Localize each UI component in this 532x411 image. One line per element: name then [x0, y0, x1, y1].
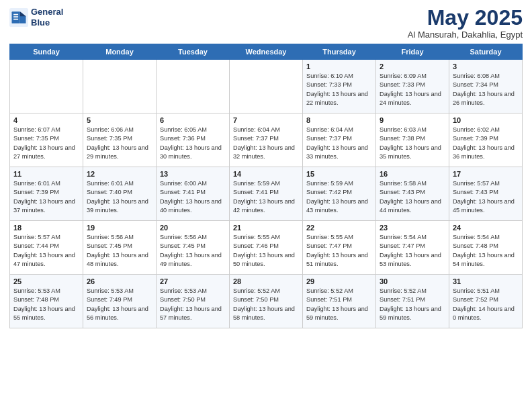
calendar-cell: 24Sunrise: 5:54 AMSunset: 7:48 PMDayligh… [449, 221, 523, 275]
logo: General Blue [9, 7, 63, 28]
calendar-cell: 17Sunrise: 5:57 AMSunset: 7:43 PMDayligh… [449, 167, 523, 221]
calendar-cell: 11Sunrise: 6:01 AMSunset: 7:39 PMDayligh… [10, 167, 83, 221]
svg-rect-6 [13, 18, 18, 19]
cell-info: Sunrise: 5:51 AMSunset: 7:52 PMDaylight:… [453, 287, 519, 322]
day-header-monday: Monday [83, 44, 157, 60]
cell-info: Sunrise: 6:03 AMSunset: 7:38 PMDaylight:… [380, 126, 445, 161]
day-number: 28 [233, 277, 299, 285]
cell-info: Sunrise: 5:52 AMSunset: 7:50 PMDaylight:… [233, 287, 299, 322]
cell-info: Sunrise: 5:57 AMSunset: 7:43 PMDaylight:… [453, 179, 519, 215]
calendar-cell: 10Sunrise: 6:02 AMSunset: 7:39 PMDayligh… [449, 113, 523, 167]
day-number: 29 [306, 277, 372, 285]
cell-info: Sunrise: 6:02 AMSunset: 7:39 PMDaylight:… [453, 126, 519, 161]
cell-info: Sunrise: 6:07 AMSunset: 7:35 PMDaylight:… [13, 126, 79, 161]
cell-info: Sunrise: 5:54 AMSunset: 7:47 PMDaylight:… [380, 233, 445, 269]
logo-text: General Blue [31, 7, 63, 28]
day-number: 17 [453, 170, 519, 178]
calendar-cell: 4Sunrise: 6:07 AMSunset: 7:35 PMDaylight… [10, 113, 83, 167]
day-header-wednesday: Wednesday [230, 44, 303, 60]
cell-info: Sunrise: 6:08 AMSunset: 7:34 PMDaylight:… [453, 72, 519, 107]
calendar-cell: 14Sunrise: 5:59 AMSunset: 7:41 PMDayligh… [230, 167, 303, 221]
calendar-cell: 30Sunrise: 5:52 AMSunset: 7:51 PMDayligh… [376, 275, 449, 328]
cell-info: Sunrise: 6:01 AMSunset: 7:40 PMDaylight:… [87, 179, 152, 215]
calendar-cell: 9Sunrise: 6:03 AMSunset: 7:38 PMDaylight… [376, 113, 449, 167]
day-number: 3 [453, 62, 519, 71]
month-title: May 2025 [408, 7, 523, 28]
day-number: 21 [233, 224, 299, 232]
cell-info: Sunrise: 5:54 AMSunset: 7:48 PMDaylight:… [453, 233, 519, 269]
cell-info: Sunrise: 6:01 AMSunset: 7:39 PMDaylight:… [13, 179, 79, 215]
calendar-cell: 23Sunrise: 5:54 AMSunset: 7:47 PMDayligh… [376, 221, 449, 275]
svg-rect-5 [13, 16, 18, 17]
day-number: 30 [380, 277, 445, 285]
calendar-cell: 15Sunrise: 5:59 AMSunset: 7:42 PMDayligh… [303, 167, 376, 221]
day-number: 1 [306, 62, 372, 71]
calendar-cell: 28Sunrise: 5:52 AMSunset: 7:50 PMDayligh… [230, 275, 303, 328]
day-number: 8 [306, 116, 372, 124]
calendar-cell: 26Sunrise: 5:53 AMSunset: 7:49 PMDayligh… [83, 275, 157, 328]
day-number: 2 [380, 62, 445, 71]
calendar-cell: 27Sunrise: 5:53 AMSunset: 7:50 PMDayligh… [157, 275, 230, 328]
day-number: 5 [87, 116, 152, 124]
calendar-cell: 22Sunrise: 5:55 AMSunset: 7:47 PMDayligh… [303, 221, 376, 275]
calendar-cell [10, 60, 83, 113]
calendar-cell: 12Sunrise: 6:01 AMSunset: 7:40 PMDayligh… [83, 167, 157, 221]
page-container: General Blue May 2025 Al Mansurah, Dakah… [0, 0, 532, 334]
day-number: 13 [160, 170, 226, 178]
calendar-cell: 8Sunrise: 6:04 AMSunset: 7:37 PMDaylight… [303, 113, 376, 167]
calendar-cell [83, 60, 157, 113]
day-number: 10 [453, 116, 519, 124]
day-number: 22 [306, 224, 372, 232]
day-header-thursday: Thursday [303, 44, 376, 60]
day-header-friday: Friday [376, 44, 449, 60]
cell-info: Sunrise: 5:59 AMSunset: 7:41 PMDaylight:… [233, 179, 299, 215]
cell-info: Sunrise: 5:59 AMSunset: 7:42 PMDaylight:… [306, 179, 372, 215]
day-number: 26 [87, 277, 152, 285]
cell-info: Sunrise: 6:05 AMSunset: 7:36 PMDaylight:… [160, 126, 226, 161]
day-number: 15 [306, 170, 372, 178]
cell-info: Sunrise: 6:09 AMSunset: 7:33 PMDaylight:… [380, 72, 445, 107]
day-number: 4 [13, 116, 79, 124]
title-block: May 2025 Al Mansurah, Dakahlia, Egypt [408, 7, 523, 40]
cell-info: Sunrise: 6:06 AMSunset: 7:35 PMDaylight:… [87, 126, 152, 161]
cell-info: Sunrise: 5:57 AMSunset: 7:44 PMDaylight:… [13, 233, 79, 269]
day-number: 9 [380, 116, 445, 124]
day-number: 14 [233, 170, 299, 178]
calendar-cell: 29Sunrise: 5:52 AMSunset: 7:51 PMDayligh… [303, 275, 376, 328]
cell-info: Sunrise: 6:00 AMSunset: 7:41 PMDaylight:… [160, 179, 226, 215]
cell-info: Sunrise: 5:56 AMSunset: 7:45 PMDaylight:… [160, 233, 226, 269]
cell-info: Sunrise: 5:52 AMSunset: 7:51 PMDaylight:… [380, 287, 445, 322]
day-number: 31 [453, 277, 519, 285]
cell-info: Sunrise: 5:52 AMSunset: 7:51 PMDaylight:… [306, 287, 372, 322]
day-header-sunday: Sunday [10, 44, 83, 60]
cell-info: Sunrise: 5:58 AMSunset: 7:43 PMDaylight:… [380, 179, 445, 215]
day-number: 27 [160, 277, 226, 285]
cell-info: Sunrise: 6:04 AMSunset: 7:37 PMDaylight:… [306, 126, 372, 161]
calendar-cell: 6Sunrise: 6:05 AMSunset: 7:36 PMDaylight… [157, 113, 230, 167]
calendar-cell: 31Sunrise: 5:51 AMSunset: 7:52 PMDayligh… [449, 275, 523, 328]
day-number: 18 [13, 224, 79, 232]
cell-info: Sunrise: 6:10 AMSunset: 7:33 PMDaylight:… [306, 72, 372, 107]
day-number: 24 [453, 224, 519, 232]
logo-icon [9, 8, 28, 27]
calendar-cell: 2Sunrise: 6:09 AMSunset: 7:33 PMDaylight… [376, 60, 449, 113]
calendar-cell: 16Sunrise: 5:58 AMSunset: 7:43 PMDayligh… [376, 167, 449, 221]
cell-info: Sunrise: 5:53 AMSunset: 7:50 PMDaylight:… [160, 287, 226, 322]
location-subtitle: Al Mansurah, Dakahlia, Egypt [408, 30, 523, 40]
day-number: 7 [233, 116, 299, 124]
calendar-cell [230, 60, 303, 113]
week-row-4: 18Sunrise: 5:57 AMSunset: 7:44 PMDayligh… [10, 221, 523, 275]
calendar-cell: 18Sunrise: 5:57 AMSunset: 7:44 PMDayligh… [10, 221, 83, 275]
week-row-5: 25Sunrise: 5:53 AMSunset: 7:48 PMDayligh… [10, 275, 523, 328]
cell-info: Sunrise: 5:56 AMSunset: 7:45 PMDaylight:… [87, 233, 152, 269]
svg-rect-4 [13, 13, 18, 15]
calendar-cell: 5Sunrise: 6:06 AMSunset: 7:35 PMDaylight… [83, 113, 157, 167]
calendar-cell: 21Sunrise: 5:55 AMSunset: 7:46 PMDayligh… [230, 221, 303, 275]
day-number: 25 [13, 277, 79, 285]
week-row-3: 11Sunrise: 6:01 AMSunset: 7:39 PMDayligh… [10, 167, 523, 221]
day-header-tuesday: Tuesday [157, 44, 230, 60]
week-row-1: 1Sunrise: 6:10 AMSunset: 7:33 PMDaylight… [10, 60, 523, 113]
week-row-2: 4Sunrise: 6:07 AMSunset: 7:35 PMDaylight… [10, 113, 523, 167]
calendar-cell: 7Sunrise: 6:04 AMSunset: 7:37 PMDaylight… [230, 113, 303, 167]
day-number: 19 [87, 224, 152, 232]
